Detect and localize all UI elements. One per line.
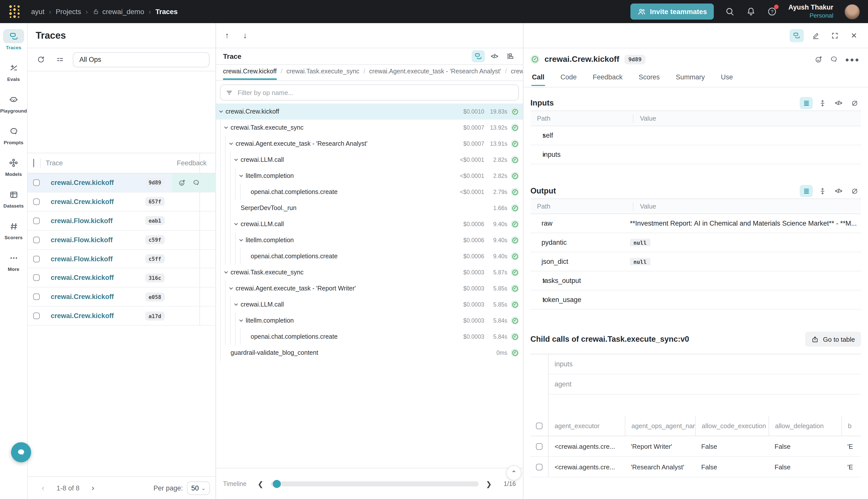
chevron-right-icon[interactable] bbox=[531, 297, 542, 302]
breadcrumb-item-crewai_demo[interactable]: crewai_demo bbox=[92, 8, 144, 15]
breadcrumb-item-ayut[interactable]: ayut bbox=[31, 8, 45, 15]
path-value-row[interactable]: token_usage bbox=[531, 291, 861, 309]
op-filter-input[interactable] bbox=[238, 89, 513, 96]
trace-table-row[interactable]: crewai.Crew.kickoff316c bbox=[28, 269, 216, 288]
output-expand-icon[interactable] bbox=[816, 185, 829, 197]
call-id-badge[interactable]: 9d89 bbox=[624, 54, 646, 64]
trace-op-link[interactable]: crewai.Crew.kickoff bbox=[51, 179, 145, 186]
close-icon[interactable]: ✕ bbox=[847, 29, 861, 42]
trace-tree-row[interactable]: crewai.LLM.call$0.00069.40s✓ bbox=[216, 216, 523, 232]
trace-tree-row[interactable]: openai.chat.completions.create$0.00069.4… bbox=[216, 248, 523, 264]
column-settings-icon[interactable] bbox=[54, 53, 66, 65]
sidebar-item-prompts[interactable]: Prompts bbox=[0, 124, 27, 145]
sidebar-item-evals[interactable]: Evals bbox=[0, 61, 27, 82]
trace-tree-row[interactable]: crewai.LLM.call$0.00035.85s✓ bbox=[216, 296, 523, 313]
chevron-down-icon[interactable] bbox=[218, 109, 224, 114]
trace-tree-row[interactable]: openai.chat.completions.create$0.00035.8… bbox=[216, 329, 523, 345]
tree-view-icon[interactable] bbox=[472, 50, 485, 62]
chevron-down-icon[interactable] bbox=[233, 302, 239, 307]
trace-tree-row[interactable]: crewai.Crew.kickoff$0.001019.83s✓ bbox=[216, 104, 523, 120]
output-hide-icon[interactable] bbox=[848, 185, 861, 197]
per-page-select[interactable]: 50 ⌄ bbox=[187, 481, 210, 495]
chevron-down-icon[interactable] bbox=[228, 286, 234, 291]
trace-crumb-tab[interactable]: crewai.Task.execute_sync bbox=[286, 68, 359, 78]
trace-op-link[interactable]: crewai.Flow.kickoff bbox=[51, 236, 145, 243]
trace-op-link[interactable]: crewai.Crew.kickoff bbox=[51, 293, 145, 301]
timeline-prev-icon[interactable]: ❮ bbox=[256, 480, 265, 488]
detail-tree-view-icon[interactable] bbox=[790, 29, 804, 42]
user-menu[interactable]: Ayush Thakur Personal bbox=[789, 3, 833, 20]
wandb-logo-icon[interactable] bbox=[8, 4, 21, 19]
inputs-list-view-icon[interactable] bbox=[800, 97, 813, 109]
path-value-row[interactable]: self bbox=[531, 126, 861, 145]
trace-op-link[interactable]: crewai.Crew.kickoff bbox=[51, 312, 145, 320]
go-to-table-button[interactable]: Go to table bbox=[805, 332, 861, 347]
timeline-thumb[interactable] bbox=[273, 480, 281, 488]
trace-table-row[interactable]: crewai.Flow.kickoffc59f bbox=[28, 230, 216, 250]
row-checkbox[interactable] bbox=[536, 422, 543, 429]
trace-tree-row[interactable]: litellm.completion$0.00035.84s✓ bbox=[216, 313, 523, 329]
ops-filter-dropdown[interactable]: All Ops bbox=[73, 52, 210, 67]
chevron-right-icon[interactable] bbox=[531, 278, 542, 283]
help-icon[interactable]: ? bbox=[767, 7, 777, 16]
path-value-row[interactable]: pydanticnull bbox=[531, 233, 861, 252]
sidebar-item-playground[interactable]: Playground bbox=[0, 93, 27, 113]
chevron-down-icon[interactable] bbox=[233, 157, 239, 162]
next-page-icon[interactable]: › bbox=[86, 484, 100, 492]
invite-teammates-button[interactable]: Invite teammates bbox=[630, 3, 714, 20]
trace-crumb-tab[interactable]: crewai.LLM.call bbox=[511, 68, 523, 78]
prev-call-arrow-icon[interactable]: ↑ bbox=[222, 31, 232, 40]
row-checkbox[interactable] bbox=[33, 179, 40, 186]
trace-table-row[interactable]: crewai.Crew.kickoff9d89 bbox=[28, 173, 216, 193]
trace-op-link[interactable]: crewai.Flow.kickoff bbox=[51, 255, 145, 263]
child-data-row[interactable]: <crewai.agents.cre...'Report Writer'Fals… bbox=[531, 436, 861, 457]
tab-scores[interactable]: Scores bbox=[638, 71, 660, 85]
chevron-down-icon[interactable] bbox=[238, 173, 244, 179]
overflow-menu-icon[interactable]: ●●● bbox=[845, 56, 860, 63]
trace-tree-row[interactable]: openai.chat.completions.create<$0.00012.… bbox=[216, 184, 523, 200]
trace-op-link[interactable]: crewai.Flow.kickoff bbox=[51, 217, 145, 224]
row-checkbox[interactable] bbox=[33, 294, 40, 300]
child-data-row[interactable]: <crewai.agents.cre...'Research Analyst'F… bbox=[531, 457, 861, 477]
tab-feedback[interactable]: Feedback bbox=[592, 71, 623, 85]
row-checkbox[interactable] bbox=[33, 313, 40, 319]
comment-icon[interactable] bbox=[193, 179, 200, 186]
row-checkbox[interactable] bbox=[33, 275, 40, 281]
sidebar-item-scorers[interactable]: Scorers bbox=[0, 219, 27, 240]
path-value-row[interactable]: json_dictnull bbox=[531, 252, 861, 271]
tab-summary[interactable]: Summary bbox=[675, 71, 706, 85]
add-reaction-icon[interactable] bbox=[178, 179, 186, 186]
inputs-expand-icon[interactable] bbox=[816, 97, 829, 109]
chevron-down-icon[interactable] bbox=[233, 222, 239, 227]
trace-tree-row[interactable]: litellm.completion<$0.00012.82s✓ bbox=[216, 168, 523, 184]
trace-tree-row[interactable]: litellm.completion$0.00069.40s✓ bbox=[216, 232, 523, 248]
chevron-right-icon[interactable] bbox=[531, 133, 542, 138]
tab-call[interactable]: Call bbox=[531, 71, 545, 86]
trace-crumb-tab[interactable]: crewai.Agent.execute_task - 'Research An… bbox=[369, 68, 501, 78]
tab-code[interactable]: Code bbox=[560, 71, 578, 85]
sidebar-item-more[interactable]: More bbox=[0, 251, 27, 272]
row-checkbox[interactable] bbox=[33, 256, 40, 262]
trace-op-link[interactable]: crewai.Crew.kickoff bbox=[51, 198, 145, 206]
refresh-icon[interactable] bbox=[35, 53, 47, 65]
fullscreen-icon[interactable] bbox=[828, 29, 842, 42]
chevron-right-icon[interactable] bbox=[531, 152, 542, 157]
trace-table-row[interactable]: crewai.Crew.kickoff657f bbox=[28, 193, 216, 211]
path-value-row[interactable]: raw**Investment Report: AI in Chemical a… bbox=[531, 214, 861, 233]
row-checkbox[interactable] bbox=[536, 464, 543, 470]
timeline-next-icon[interactable]: ❯ bbox=[484, 480, 494, 488]
comment-icon[interactable] bbox=[830, 55, 838, 63]
sidebar-item-datasets[interactable]: Datasets bbox=[0, 187, 27, 208]
next-call-arrow-icon[interactable]: ↓ bbox=[240, 31, 250, 40]
flame-graph-icon[interactable] bbox=[504, 50, 517, 62]
add-reaction-icon[interactable] bbox=[815, 55, 823, 63]
sidebar-item-traces[interactable]: Traces bbox=[0, 29, 27, 50]
output-list-view-icon[interactable] bbox=[800, 185, 813, 197]
tab-use[interactable]: Use bbox=[720, 71, 733, 85]
trace-tree-row[interactable]: crewai.Task.execute_sync$0.000713.92s✓ bbox=[216, 120, 523, 136]
trace-tree-row[interactable]: crewai.Agent.execute_task - 'Report Writ… bbox=[216, 280, 523, 296]
prev-page-icon[interactable]: ‹ bbox=[36, 484, 50, 492]
timeline-slider[interactable] bbox=[271, 481, 479, 486]
trace-table-row[interactable]: crewai.Crew.kickoffa17d bbox=[28, 306, 216, 326]
chevron-down-icon[interactable] bbox=[223, 125, 229, 130]
